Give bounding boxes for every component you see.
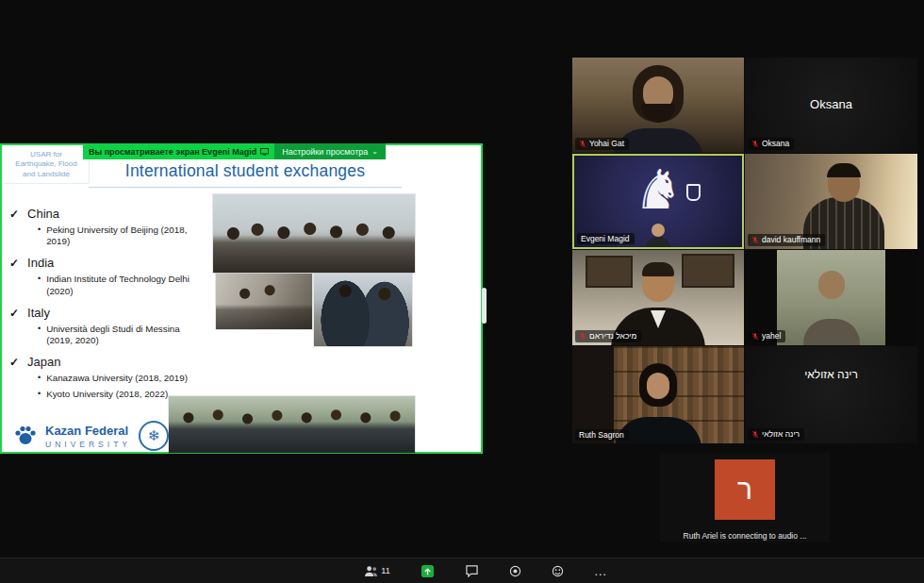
participant-name: רינה אזולאי <box>762 430 800 439</box>
bullet-icon: • <box>38 324 41 346</box>
participant-name-tag: Ruth Sagron <box>575 429 629 441</box>
video-tile-evgeni-magid[interactable]: ♞ Evgeni Magid <box>572 154 744 249</box>
more-ellipsis-icon: … <box>594 566 607 575</box>
country-name: India <box>27 256 54 270</box>
record-icon <box>509 565 521 577</box>
share-screen-icon <box>421 564 435 578</box>
bullet-icon: • <box>38 274 41 296</box>
university-detail: Kyoto University (2018, 2022) <box>46 389 168 400</box>
participant-name-tag: מיכאל נדיראם <box>575 330 641 342</box>
snowflake-glyph: ❄ <box>148 427 160 444</box>
video-tile-oksana[interactable]: Oksana Oksana <box>745 58 917 153</box>
avatar-initial: ר <box>737 474 752 506</box>
slide-corner-label: USAR for Earthquake, Flood and Landslide <box>4 147 90 184</box>
country-name: Italy <box>27 306 50 320</box>
shield-emblem-icon <box>686 184 701 201</box>
view-settings-button[interactable]: Настройки просмотра ⌄ <box>274 143 386 159</box>
muted-mic-icon <box>751 430 759 439</box>
avatar: ר <box>715 459 775 520</box>
muted-mic-icon <box>579 332 586 341</box>
university-detail: Indian Institute of Technology Delhi (20… <box>46 274 206 296</box>
picture-frame <box>586 256 633 288</box>
bullet-icon: • <box>38 389 41 400</box>
viewing-banner-text: Вы просматриваете экран Evgeni Magid <box>83 143 274 159</box>
kfu-logo-text: Kazan Federal UNIVERSITY <box>45 424 131 449</box>
shared-screen-slide: USAR for Earthquake, Flood and Landslide… <box>0 143 483 454</box>
video-tile-ruth-sagron[interactable]: Ruth Sagron <box>572 346 744 443</box>
person-silhouette <box>646 237 670 249</box>
check-icon: ✓ <box>9 208 19 221</box>
slide-photo-outdoor-group <box>169 396 415 453</box>
snowflake-emblem-icon: ❄ <box>139 421 169 451</box>
muted-mic-icon <box>751 140 759 148</box>
list-sub-item: • Indian Institute of Technology Delhi (… <box>38 274 206 296</box>
screen-share-banner: Вы просматриваете экран Evgeni Magid Нас… <box>83 143 386 159</box>
screen-icon <box>260 148 269 156</box>
share-screen-button[interactable] <box>421 564 435 578</box>
participant-name-tag: Evgeni Magid <box>577 233 635 245</box>
zoom-meeting-window: USAR for Earthquake, Flood and Landslide… <box>0 0 924 583</box>
viewing-text: Вы просматриваете экран Evgeni Magid <box>89 147 256 157</box>
video-tile-yohai-gat[interactable]: Yohai Gat <box>572 58 744 153</box>
participant-name-tag: david kauffmann <box>748 234 825 246</box>
participant-name: Ruth Sagron <box>579 431 624 440</box>
country-name: Japan <box>27 355 60 369</box>
muted-mic-icon <box>751 236 759 244</box>
university-detail: Università degli Studi di Messina (2019,… <box>46 324 206 346</box>
meeting-toolbar: 11 … <box>0 558 924 583</box>
view-settings-label: Настройки просмотра <box>282 147 368 157</box>
list-sub-item: • Peking University of Beijing (2018, 20… <box>38 225 206 247</box>
list-item: ✓ Italy <box>9 306 211 320</box>
participants-count: 11 <box>381 566 389 575</box>
video-tile-michael[interactable]: מיכאל נדיראם <box>572 250 744 345</box>
participant-name-tag: Yohai Gat <box>575 138 629 150</box>
participant-placeholder-name: רינה אזולאי <box>745 368 917 381</box>
slide-title: International student exchanges <box>89 161 402 188</box>
muted-mic-icon <box>579 140 586 148</box>
country-name: China <box>27 207 59 221</box>
reactions-button[interactable] <box>552 565 564 577</box>
university-detail: Kanazawa University (2018, 2019) <box>46 373 188 384</box>
slide-photo-student-pair <box>314 274 412 346</box>
exchange-list: ✓ China • Peking University of Beijing (… <box>9 198 211 400</box>
list-sub-item: • Kanazawa University (2018, 2019) <box>38 373 206 384</box>
participant-name-tag: yahel <box>748 330 785 342</box>
video-tile-ruth-ariel[interactable]: ר Ruth Ariel is connecting to audio ... <box>660 453 830 542</box>
lion-emblem-icon: ♞ <box>624 158 692 224</box>
slide-photo-classroom-group <box>213 194 415 273</box>
list-item: ✓ Japan <box>9 355 211 369</box>
more-button[interactable]: … <box>594 566 607 575</box>
check-icon: ✓ <box>9 257 19 270</box>
video-tile-david-kauffmann[interactable]: david kauffmann <box>745 154 917 249</box>
reactions-icon <box>552 565 564 577</box>
kfu-logo: Kazan Federal UNIVERSITY ❄ <box>13 421 169 451</box>
participants-icon <box>364 565 378 577</box>
bullet-icon: • <box>38 225 41 247</box>
record-button[interactable] <box>509 565 521 577</box>
participant-name: david kauffmann <box>762 236 820 244</box>
picture-frame <box>682 254 734 288</box>
participants-button[interactable]: 11 <box>364 565 389 577</box>
participant-name: Yohai Gat <box>589 140 624 148</box>
video-tile-yahel[interactable]: yahel <box>745 250 917 345</box>
slide-photo-robot-lab <box>216 274 312 329</box>
person-silhouette <box>652 224 665 237</box>
list-item: ✓ China <box>9 207 211 221</box>
participant-name: Oksana <box>762 140 789 148</box>
paw-print-icon <box>13 424 38 448</box>
kfu-logo-subtitle: UNIVERSITY <box>45 440 131 449</box>
participant-name: מיכאל נדיראם <box>589 332 636 341</box>
participant-name: Evgeni Magid <box>581 235 630 243</box>
panel-resize-handle[interactable] <box>482 288 487 324</box>
check-icon: ✓ <box>9 356 19 369</box>
chat-icon <box>465 565 479 577</box>
list-sub-item: • Università degli Studi di Messina (201… <box>38 324 206 346</box>
video-tile-rina[interactable]: רינה אזולאי רינה אזולאי <box>745 346 917 443</box>
kfu-logo-name: Kazan Federal <box>45 424 131 438</box>
list-item: ✓ India <box>9 256 211 270</box>
participant-name-tag: Oksana <box>748 138 794 150</box>
chat-button[interactable] <box>465 565 479 577</box>
university-detail: Peking University of Beijing (2018, 2019… <box>46 225 206 247</box>
participant-placeholder-name: Oksana <box>745 97 917 111</box>
connecting-status-text: Ruth Ariel is connecting to audio ... <box>649 531 841 541</box>
